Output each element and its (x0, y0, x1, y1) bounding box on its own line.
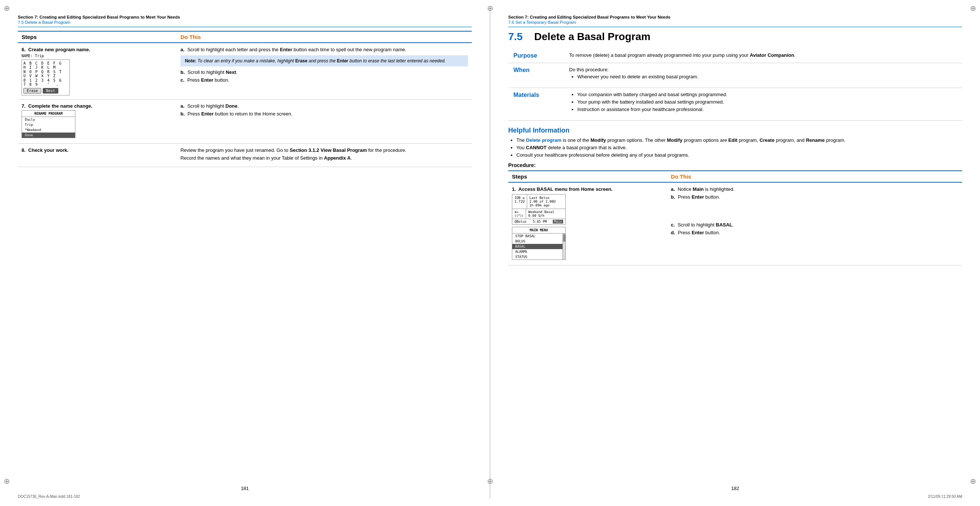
rename-item-trip: Trip (22, 122, 75, 127)
step-1-do-cell: a. Notice Main is highlighted. b. Press … (667, 182, 962, 265)
step-1-label-cell: 1. Access BASAL menu from Home screen. I… (508, 182, 667, 265)
pump-qbolus: QBolus (514, 220, 527, 224)
info-label-purpose: Purpose (508, 49, 564, 63)
main-menu-title: MAIN MENU (512, 227, 565, 233)
pump-screen-top: IOB ≥1.72U Last Bolus2.00 of 2.00U1h 09m… (512, 195, 565, 209)
kb-row-2: N O P Q R S T U V W X Y Z (24, 70, 68, 78)
step-1-letter-b: b. (671, 194, 675, 200)
materials-bullet-3: Instruction or assistance from your heal… (577, 106, 957, 112)
rename-item-daily: Daily (22, 117, 75, 122)
right-section-link[interactable]: 7.6 Set a Temporary Basal Program (508, 20, 962, 24)
pump-time: 5:45 PM (533, 220, 547, 224)
right-table-row: 1. Access BASAL menu from Home screen. I… (508, 182, 962, 265)
footer-left: DOC15736_Rev-A-Man.indd 181-182 (18, 495, 80, 498)
right-steps-header-row: Steps Do This (508, 171, 962, 182)
step-7-letter-a: a. (181, 103, 185, 109)
next-btn[interactable]: Next (43, 88, 58, 94)
step-1-do-a: a. Notice Main is highlighted. (671, 186, 958, 192)
step-8-do-1: Review the program you have just renamed… (181, 148, 468, 153)
step-7-label-cell: 7. Complete the name change. RENAME PROG… (18, 100, 177, 144)
step-6-do-c: c. Press Enter button. (181, 77, 468, 83)
step-8-num: 8. Check your work. (22, 148, 173, 153)
right-page-number: 182 (490, 485, 980, 491)
info-label-when: When (508, 63, 564, 88)
when-bullet-1: Whenever you need to delete an existing … (577, 74, 957, 79)
step-6-note: Note: To clear an entry if you make a mi… (181, 56, 468, 67)
step-7-do-b: b. Press Enter button to return to the H… (181, 111, 468, 117)
main-menu-scrollbar (562, 233, 565, 260)
step-1-do-d: d. Press Enter button. (671, 230, 958, 235)
erase-btn[interactable]: Erase (24, 88, 41, 94)
info-row-when: When Do this procedure: Whenever you nee… (508, 63, 962, 88)
step-6-letter-c: c. (181, 77, 185, 83)
pump-home-screen: IOB ≥1.72U Last Bolus2.00 of 2.00U1h 09m… (512, 194, 566, 225)
step-1-num: 1. Access BASAL menu from Home screen. (512, 186, 663, 192)
step-6-do-a: a. Scroll to highlight each letter and p… (181, 47, 468, 52)
kb-row-3: 0 1 2 3 4 5 6 7 8 9 ' . (24, 78, 68, 87)
step-6-letter-a: a. (181, 47, 185, 52)
step-7-rename-menu: RENAME PROGRAM Daily Trip *Weekend Done (22, 110, 75, 138)
menu-item-alarms: ALARMS (512, 249, 562, 254)
pump-top-right: Last Bolus2.00 of 2.00U1h 09m ago (527, 195, 558, 209)
step-6-do-b: b. Scroll to highlight Next. (181, 70, 468, 75)
helpful-bullet-2: You CANNOT delete a basal program that i… (516, 145, 962, 150)
step-7-do-cell: a. Scroll to highlight Done. b. Press En… (177, 100, 472, 144)
right-page-title: 7.5 Delete a Basal Program (508, 31, 962, 43)
rename-item-weekend: *Weekend (22, 127, 75, 133)
right-steps-table: Steps Do This 1. Access BASAL menu from … (508, 170, 962, 265)
col-header-steps: Steps (18, 31, 177, 43)
pump-mid-right: Weekend Basal0.60 U/h (526, 209, 557, 219)
helpful-bullet-1: The Delete program is one of the Modify … (516, 137, 962, 143)
crosshair-bottom-center: ⊕ (487, 477, 493, 485)
step-6-num: 6. Create new program name. (22, 47, 173, 52)
scrollbar-thumb (563, 234, 565, 242)
right-divider (508, 27, 962, 27)
materials-bullet-1: Your companion with battery charged and … (577, 92, 957, 97)
pump-mid-left: ⊕↔((*)) (512, 209, 526, 219)
menu-item-status: STATUS (512, 254, 562, 260)
table-row: 7. Complete the name change. RENAME PROG… (18, 100, 472, 144)
right-col-header-do: Do This (667, 171, 962, 182)
step-1-letter-a: a. (671, 186, 675, 192)
left-steps-table: Steps Do This 6. Create new program name… (18, 31, 472, 167)
menu-item-bolus: BOLUS (512, 239, 562, 244)
rename-item-done: Done (22, 133, 75, 138)
steps-header-row: Steps Do This (18, 31, 472, 43)
footer-right: 2/11/09 11:29:50 AM (928, 495, 962, 498)
page-container: ⊕ ⊕ ⊕ Section 7: Creating and Editing Sp… (0, 0, 980, 506)
helpful-list: The Delete program is one of the Modify … (508, 137, 962, 158)
footer: DOC15736_Rev-A-Man.indd 181-182 2/11/09 … (0, 495, 980, 498)
materials-bullet-2: Your pump with the battery installed and… (577, 99, 957, 105)
rename-menu-title: RENAME PROGRAM (22, 111, 75, 117)
step-8-do-cell: Review the program you have just renamed… (177, 144, 472, 167)
kb-row-1: A B C D E F G H I J K L M (24, 61, 68, 70)
crosshair-br: ⊕ (970, 477, 976, 485)
table-row: 6. Create new program name. NAME: Trip A… (18, 43, 472, 100)
step-7-do-a: a. Scroll to highlight Done. (181, 103, 468, 109)
step-6-do-cell: a. Scroll to highlight each letter and p… (177, 43, 472, 100)
right-col-header-steps: Steps (508, 171, 667, 182)
menu-item-basal: BASAL (512, 244, 562, 249)
helpful-bullet-3: Consult your healthcare professional bef… (516, 152, 962, 158)
left-page: Section 7: Creating and Editing Speciali… (0, 0, 490, 506)
pump-top-left: IOB ≥1.72U (512, 195, 527, 209)
step-1-letter-d: d. (671, 230, 675, 235)
pump-main-highlight: Main (553, 220, 563, 224)
step-7-num: 7. Complete the name change. (22, 103, 173, 109)
step-6-name-field: NAME: Trip (22, 54, 173, 58)
pump-screen-bot: QBolus 5:45 PM Main (512, 219, 565, 224)
step-8-label-cell: 8. Check your work. (18, 144, 177, 167)
main-menu-list: STOP BASAL BOLUS BASAL ALARMS STATUS (512, 233, 562, 260)
step-8-do-2: Record the names and what they mean in y… (181, 155, 468, 161)
step-7-letter-b: b. (181, 111, 185, 117)
procedure-title: Procedure: (508, 162, 962, 168)
right-section-header: Section 7: Creating and Editing Speciali… (508, 15, 962, 19)
info-content-when: Do this procedure: Whenever you need to … (564, 63, 962, 88)
section-num: 7.5 (508, 31, 523, 42)
main-menu-scroll: STOP BASAL BOLUS BASAL ALARMS STATUS (512, 233, 565, 260)
right-page: Section 7: Creating and Editing Speciali… (490, 0, 980, 506)
left-section-header: Section 7: Creating and Editing Speciali… (18, 15, 472, 19)
info-row-materials: Materials Your companion with battery ch… (508, 88, 962, 121)
crosshair-bl: ⊕ (4, 477, 10, 485)
left-section-link[interactable]: 7.5 Delete a Basal Program (18, 20, 472, 24)
